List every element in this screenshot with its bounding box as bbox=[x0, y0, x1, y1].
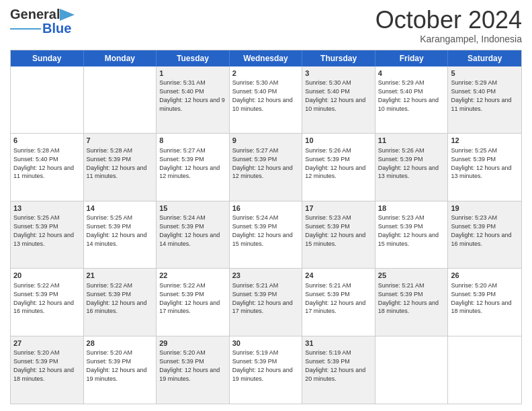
table-row: 2Sunrise: 5:30 AMSunset: 5:40 PMDaylight… bbox=[230, 66, 303, 133]
table-row: 7Sunrise: 5:28 AMSunset: 5:39 PMDaylight… bbox=[84, 134, 157, 200]
title-section: October 2024 Karangampel, Indonesia bbox=[375, 7, 522, 44]
day-number: 23 bbox=[232, 271, 300, 281]
day-number: 11 bbox=[378, 136, 445, 146]
daylight-text: Daylight: 12 hours and 17 minutes. bbox=[159, 300, 220, 315]
daylight-text: Daylight: 12 hours and 17 minutes. bbox=[305, 300, 365, 315]
month-title: October 2024 bbox=[375, 7, 522, 34]
header: General Blue October 2024 Karangampel, I… bbox=[10, 7, 522, 44]
sunset-text: Sunset: 5:39 PM bbox=[451, 291, 496, 298]
table-row: 26Sunrise: 5:20 AMSunset: 5:39 PMDayligh… bbox=[448, 269, 521, 335]
daylight-text: Daylight: 12 hours and 18 minutes. bbox=[378, 300, 439, 315]
sunset-text: Sunset: 5:39 PM bbox=[232, 223, 277, 230]
table-row: 15Sunrise: 5:24 AMSunset: 5:39 PMDayligh… bbox=[157, 201, 230, 268]
day-number: 13 bbox=[13, 203, 81, 214]
sunrise-text: Sunrise: 5:28 AM bbox=[87, 147, 133, 154]
sunset-text: Sunset: 5:39 PM bbox=[13, 358, 58, 365]
day-number: 30 bbox=[232, 338, 300, 349]
daylight-text: Daylight: 12 hours and 14 minutes. bbox=[87, 232, 147, 247]
table-row: 30Sunrise: 5:19 AMSunset: 5:39 PMDayligh… bbox=[230, 336, 303, 404]
daylight-text: Daylight: 12 hours and 10 minutes. bbox=[232, 97, 293, 112]
sunset-text: Sunset: 5:40 PM bbox=[159, 88, 204, 95]
daylight-text: Daylight: 12 hours and 13 minutes. bbox=[13, 232, 74, 247]
sunset-text: Sunset: 5:39 PM bbox=[451, 156, 496, 163]
daylight-text: Daylight: 12 hours and 13 minutes. bbox=[451, 165, 511, 180]
sunset-text: Sunset: 5:40 PM bbox=[232, 88, 277, 95]
sunset-text: Sunset: 5:39 PM bbox=[305, 291, 350, 298]
sunrise-text: Sunrise: 5:25 AM bbox=[451, 147, 497, 154]
table-row: 25Sunrise: 5:21 AMSunset: 5:39 PMDayligh… bbox=[375, 269, 449, 335]
sunrise-text: Sunrise: 5:25 AM bbox=[13, 214, 60, 221]
daylight-text: Daylight: 12 hours and 19 minutes. bbox=[87, 367, 147, 382]
day-number: 25 bbox=[378, 271, 445, 281]
table-row bbox=[448, 336, 521, 404]
sunset-text: Sunset: 5:39 PM bbox=[87, 156, 132, 163]
sunrise-text: Sunrise: 5:22 AM bbox=[159, 282, 206, 289]
daylight-text: Daylight: 12 hours and 20 minutes. bbox=[305, 367, 365, 382]
table-row: 17Sunrise: 5:23 AMSunset: 5:39 PMDayligh… bbox=[302, 201, 375, 268]
table-row: 27Sunrise: 5:20 AMSunset: 5:39 PMDayligh… bbox=[11, 336, 84, 404]
logo-arrow-icon bbox=[60, 9, 75, 21]
sunset-text: Sunset: 5:39 PM bbox=[378, 156, 423, 163]
sunrise-text: Sunrise: 5:26 AM bbox=[305, 147, 351, 154]
day-number: 12 bbox=[451, 136, 519, 146]
header-saturday: Saturday bbox=[448, 50, 521, 66]
sunrise-text: Sunrise: 5:27 AM bbox=[159, 147, 206, 154]
logo: General Blue bbox=[10, 7, 75, 36]
sunrise-text: Sunrise: 5:19 AM bbox=[232, 349, 279, 356]
sunset-text: Sunset: 5:39 PM bbox=[87, 358, 132, 365]
day-number: 4 bbox=[378, 68, 445, 79]
day-number: 1 bbox=[159, 68, 226, 79]
daylight-text: Daylight: 12 hours and 10 minutes. bbox=[378, 97, 439, 112]
day-number: 21 bbox=[87, 271, 154, 281]
daylight-text: Daylight: 12 hours and 12 minutes. bbox=[159, 165, 220, 180]
sunset-text: Sunset: 5:40 PM bbox=[451, 88, 496, 95]
day-number: 28 bbox=[87, 338, 154, 349]
sunset-text: Sunset: 5:39 PM bbox=[87, 223, 132, 230]
table-row: 19Sunrise: 5:23 AMSunset: 5:39 PMDayligh… bbox=[448, 201, 521, 268]
daylight-text: Daylight: 12 hours and 16 minutes. bbox=[13, 300, 74, 315]
table-row: 1Sunrise: 5:31 AMSunset: 5:40 PMDaylight… bbox=[157, 66, 230, 133]
table-row bbox=[11, 66, 84, 133]
logo-blue: Blue bbox=[42, 21, 71, 36]
day-number: 19 bbox=[451, 203, 519, 214]
day-number: 31 bbox=[305, 338, 372, 349]
table-row bbox=[84, 66, 157, 133]
calendar-header: Sunday Monday Tuesday Wednesday Thursday… bbox=[11, 50, 521, 66]
table-row: 16Sunrise: 5:24 AMSunset: 5:39 PMDayligh… bbox=[230, 201, 303, 268]
sunset-text: Sunset: 5:40 PM bbox=[13, 156, 58, 163]
sunset-text: Sunset: 5:39 PM bbox=[159, 291, 204, 298]
daylight-text: Daylight: 12 hours and 15 minutes. bbox=[232, 232, 293, 247]
day-number: 7 bbox=[87, 136, 154, 146]
sunset-text: Sunset: 5:39 PM bbox=[87, 291, 132, 298]
day-number: 9 bbox=[232, 136, 300, 146]
sunrise-text: Sunrise: 5:30 AM bbox=[232, 79, 279, 86]
sunrise-text: Sunrise: 5:27 AM bbox=[232, 147, 279, 154]
sunrise-text: Sunrise: 5:19 AM bbox=[305, 349, 351, 356]
sunrise-text: Sunrise: 5:22 AM bbox=[13, 282, 60, 289]
sunset-text: Sunset: 5:39 PM bbox=[13, 291, 58, 298]
table-row: 14Sunrise: 5:25 AMSunset: 5:39 PMDayligh… bbox=[84, 201, 157, 268]
day-number: 22 bbox=[159, 271, 226, 281]
table-row: 18Sunrise: 5:23 AMSunset: 5:39 PMDayligh… bbox=[375, 201, 449, 268]
table-row: 6Sunrise: 5:28 AMSunset: 5:40 PMDaylight… bbox=[11, 134, 84, 200]
sunset-text: Sunset: 5:39 PM bbox=[305, 156, 350, 163]
day-number: 10 bbox=[305, 136, 372, 146]
day-number: 29 bbox=[159, 338, 226, 349]
location: Karangampel, Indonesia bbox=[375, 34, 522, 44]
header-sunday: Sunday bbox=[11, 50, 84, 66]
calendar-week-4: 20Sunrise: 5:22 AMSunset: 5:39 PMDayligh… bbox=[11, 269, 521, 336]
daylight-text: Daylight: 12 hours and 17 minutes. bbox=[232, 300, 293, 315]
day-number: 24 bbox=[305, 271, 372, 281]
sunrise-text: Sunrise: 5:20 AM bbox=[13, 349, 60, 356]
daylight-text: Daylight: 12 hours and 15 minutes. bbox=[378, 232, 439, 247]
daylight-text: Daylight: 12 hours and 11 minutes. bbox=[451, 97, 511, 112]
table-row: 11Sunrise: 5:26 AMSunset: 5:39 PMDayligh… bbox=[375, 134, 449, 200]
daylight-text: Daylight: 12 hours and 12 minutes. bbox=[305, 165, 365, 180]
page: General Blue October 2024 Karangampel, I… bbox=[0, 0, 532, 411]
sunrise-text: Sunrise: 5:20 AM bbox=[159, 349, 206, 356]
header-monday: Monday bbox=[84, 50, 157, 66]
sunset-text: Sunset: 5:39 PM bbox=[13, 223, 58, 230]
sunset-text: Sunset: 5:40 PM bbox=[305, 88, 350, 95]
day-number: 16 bbox=[232, 203, 300, 214]
sunrise-text: Sunrise: 5:23 AM bbox=[305, 214, 351, 221]
